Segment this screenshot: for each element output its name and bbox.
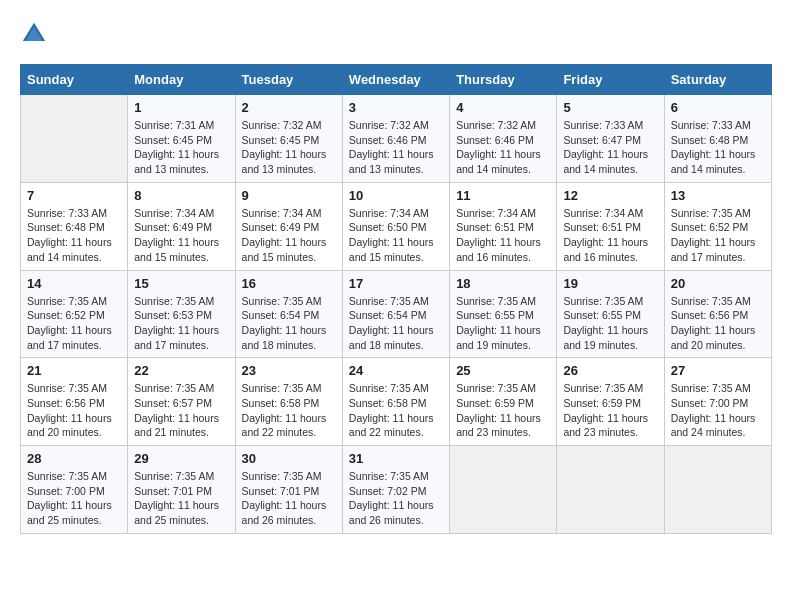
calendar-cell: 1Sunrise: 7:31 AMSunset: 6:45 PMDaylight… bbox=[128, 95, 235, 183]
day-number: 27 bbox=[671, 363, 765, 378]
calendar-cell: 3Sunrise: 7:32 AMSunset: 6:46 PMDaylight… bbox=[342, 95, 449, 183]
calendar-cell: 8Sunrise: 7:34 AMSunset: 6:49 PMDaylight… bbox=[128, 182, 235, 270]
calendar-cell: 5Sunrise: 7:33 AMSunset: 6:47 PMDaylight… bbox=[557, 95, 664, 183]
calendar-cell: 16Sunrise: 7:35 AMSunset: 6:54 PMDayligh… bbox=[235, 270, 342, 358]
calendar-cell: 15Sunrise: 7:35 AMSunset: 6:53 PMDayligh… bbox=[128, 270, 235, 358]
cell-content: Sunrise: 7:34 AMSunset: 6:50 PMDaylight:… bbox=[349, 206, 443, 265]
day-number: 22 bbox=[134, 363, 228, 378]
calendar-cell: 29Sunrise: 7:35 AMSunset: 7:01 PMDayligh… bbox=[128, 446, 235, 534]
day-number: 12 bbox=[563, 188, 657, 203]
day-number: 21 bbox=[27, 363, 121, 378]
column-header-monday: Monday bbox=[128, 65, 235, 95]
cell-content: Sunrise: 7:32 AMSunset: 6:46 PMDaylight:… bbox=[349, 118, 443, 177]
cell-content: Sunrise: 7:33 AMSunset: 6:48 PMDaylight:… bbox=[671, 118, 765, 177]
calendar-cell: 7Sunrise: 7:33 AMSunset: 6:48 PMDaylight… bbox=[21, 182, 128, 270]
day-number: 15 bbox=[134, 276, 228, 291]
day-number: 30 bbox=[242, 451, 336, 466]
calendar-cell: 11Sunrise: 7:34 AMSunset: 6:51 PMDayligh… bbox=[450, 182, 557, 270]
day-number: 16 bbox=[242, 276, 336, 291]
cell-content: Sunrise: 7:35 AMSunset: 6:58 PMDaylight:… bbox=[349, 381, 443, 440]
calendar-week-2: 7Sunrise: 7:33 AMSunset: 6:48 PMDaylight… bbox=[21, 182, 772, 270]
day-number: 10 bbox=[349, 188, 443, 203]
calendar-cell: 19Sunrise: 7:35 AMSunset: 6:55 PMDayligh… bbox=[557, 270, 664, 358]
cell-content: Sunrise: 7:33 AMSunset: 6:48 PMDaylight:… bbox=[27, 206, 121, 265]
day-number: 6 bbox=[671, 100, 765, 115]
column-header-sunday: Sunday bbox=[21, 65, 128, 95]
cell-content: Sunrise: 7:34 AMSunset: 6:51 PMDaylight:… bbox=[456, 206, 550, 265]
logo-icon bbox=[20, 20, 48, 48]
day-number: 29 bbox=[134, 451, 228, 466]
calendar-week-3: 14Sunrise: 7:35 AMSunset: 6:52 PMDayligh… bbox=[21, 270, 772, 358]
cell-content: Sunrise: 7:35 AMSunset: 6:52 PMDaylight:… bbox=[671, 206, 765, 265]
calendar-cell: 23Sunrise: 7:35 AMSunset: 6:58 PMDayligh… bbox=[235, 358, 342, 446]
calendar-cell: 17Sunrise: 7:35 AMSunset: 6:54 PMDayligh… bbox=[342, 270, 449, 358]
calendar-cell bbox=[664, 446, 771, 534]
calendar-cell: 14Sunrise: 7:35 AMSunset: 6:52 PMDayligh… bbox=[21, 270, 128, 358]
calendar-cell: 26Sunrise: 7:35 AMSunset: 6:59 PMDayligh… bbox=[557, 358, 664, 446]
day-number: 9 bbox=[242, 188, 336, 203]
calendar-header-row: SundayMondayTuesdayWednesdayThursdayFrid… bbox=[21, 65, 772, 95]
day-number: 1 bbox=[134, 100, 228, 115]
cell-content: Sunrise: 7:35 AMSunset: 7:00 PMDaylight:… bbox=[671, 381, 765, 440]
day-number: 2 bbox=[242, 100, 336, 115]
calendar-cell: 25Sunrise: 7:35 AMSunset: 6:59 PMDayligh… bbox=[450, 358, 557, 446]
cell-content: Sunrise: 7:33 AMSunset: 6:47 PMDaylight:… bbox=[563, 118, 657, 177]
day-number: 26 bbox=[563, 363, 657, 378]
calendar-cell: 20Sunrise: 7:35 AMSunset: 6:56 PMDayligh… bbox=[664, 270, 771, 358]
cell-content: Sunrise: 7:35 AMSunset: 7:00 PMDaylight:… bbox=[27, 469, 121, 528]
column-header-wednesday: Wednesday bbox=[342, 65, 449, 95]
calendar-cell: 6Sunrise: 7:33 AMSunset: 6:48 PMDaylight… bbox=[664, 95, 771, 183]
cell-content: Sunrise: 7:35 AMSunset: 6:56 PMDaylight:… bbox=[27, 381, 121, 440]
cell-content: Sunrise: 7:35 AMSunset: 6:55 PMDaylight:… bbox=[456, 294, 550, 353]
cell-content: Sunrise: 7:35 AMSunset: 7:01 PMDaylight:… bbox=[242, 469, 336, 528]
calendar-cell: 18Sunrise: 7:35 AMSunset: 6:55 PMDayligh… bbox=[450, 270, 557, 358]
day-number: 7 bbox=[27, 188, 121, 203]
calendar-cell: 30Sunrise: 7:35 AMSunset: 7:01 PMDayligh… bbox=[235, 446, 342, 534]
cell-content: Sunrise: 7:35 AMSunset: 6:56 PMDaylight:… bbox=[671, 294, 765, 353]
day-number: 23 bbox=[242, 363, 336, 378]
day-number: 11 bbox=[456, 188, 550, 203]
day-number: 17 bbox=[349, 276, 443, 291]
cell-content: Sunrise: 7:35 AMSunset: 6:53 PMDaylight:… bbox=[134, 294, 228, 353]
logo bbox=[20, 20, 52, 48]
column-header-tuesday: Tuesday bbox=[235, 65, 342, 95]
calendar-cell: 24Sunrise: 7:35 AMSunset: 6:58 PMDayligh… bbox=[342, 358, 449, 446]
cell-content: Sunrise: 7:34 AMSunset: 6:51 PMDaylight:… bbox=[563, 206, 657, 265]
day-number: 24 bbox=[349, 363, 443, 378]
day-number: 28 bbox=[27, 451, 121, 466]
day-number: 14 bbox=[27, 276, 121, 291]
calendar-week-5: 28Sunrise: 7:35 AMSunset: 7:00 PMDayligh… bbox=[21, 446, 772, 534]
day-number: 18 bbox=[456, 276, 550, 291]
cell-content: Sunrise: 7:35 AMSunset: 7:01 PMDaylight:… bbox=[134, 469, 228, 528]
day-number: 31 bbox=[349, 451, 443, 466]
calendar-cell: 31Sunrise: 7:35 AMSunset: 7:02 PMDayligh… bbox=[342, 446, 449, 534]
calendar-cell: 12Sunrise: 7:34 AMSunset: 6:51 PMDayligh… bbox=[557, 182, 664, 270]
cell-content: Sunrise: 7:35 AMSunset: 6:54 PMDaylight:… bbox=[349, 294, 443, 353]
column-header-saturday: Saturday bbox=[664, 65, 771, 95]
day-number: 3 bbox=[349, 100, 443, 115]
calendar-cell bbox=[21, 95, 128, 183]
cell-content: Sunrise: 7:34 AMSunset: 6:49 PMDaylight:… bbox=[242, 206, 336, 265]
cell-content: Sunrise: 7:35 AMSunset: 6:54 PMDaylight:… bbox=[242, 294, 336, 353]
calendar-cell: 9Sunrise: 7:34 AMSunset: 6:49 PMDaylight… bbox=[235, 182, 342, 270]
day-number: 20 bbox=[671, 276, 765, 291]
calendar-cell: 4Sunrise: 7:32 AMSunset: 6:46 PMDaylight… bbox=[450, 95, 557, 183]
cell-content: Sunrise: 7:35 AMSunset: 6:59 PMDaylight:… bbox=[563, 381, 657, 440]
cell-content: Sunrise: 7:34 AMSunset: 6:49 PMDaylight:… bbox=[134, 206, 228, 265]
cell-content: Sunrise: 7:35 AMSunset: 7:02 PMDaylight:… bbox=[349, 469, 443, 528]
calendar-table: SundayMondayTuesdayWednesdayThursdayFrid… bbox=[20, 64, 772, 534]
day-number: 4 bbox=[456, 100, 550, 115]
calendar-cell bbox=[450, 446, 557, 534]
column-header-thursday: Thursday bbox=[450, 65, 557, 95]
calendar-cell: 2Sunrise: 7:32 AMSunset: 6:45 PMDaylight… bbox=[235, 95, 342, 183]
column-header-friday: Friday bbox=[557, 65, 664, 95]
cell-content: Sunrise: 7:35 AMSunset: 6:59 PMDaylight:… bbox=[456, 381, 550, 440]
calendar-cell: 27Sunrise: 7:35 AMSunset: 7:00 PMDayligh… bbox=[664, 358, 771, 446]
cell-content: Sunrise: 7:35 AMSunset: 6:55 PMDaylight:… bbox=[563, 294, 657, 353]
cell-content: Sunrise: 7:35 AMSunset: 6:58 PMDaylight:… bbox=[242, 381, 336, 440]
calendar-cell: 13Sunrise: 7:35 AMSunset: 6:52 PMDayligh… bbox=[664, 182, 771, 270]
cell-content: Sunrise: 7:31 AMSunset: 6:45 PMDaylight:… bbox=[134, 118, 228, 177]
calendar-cell: 21Sunrise: 7:35 AMSunset: 6:56 PMDayligh… bbox=[21, 358, 128, 446]
cell-content: Sunrise: 7:32 AMSunset: 6:45 PMDaylight:… bbox=[242, 118, 336, 177]
day-number: 19 bbox=[563, 276, 657, 291]
